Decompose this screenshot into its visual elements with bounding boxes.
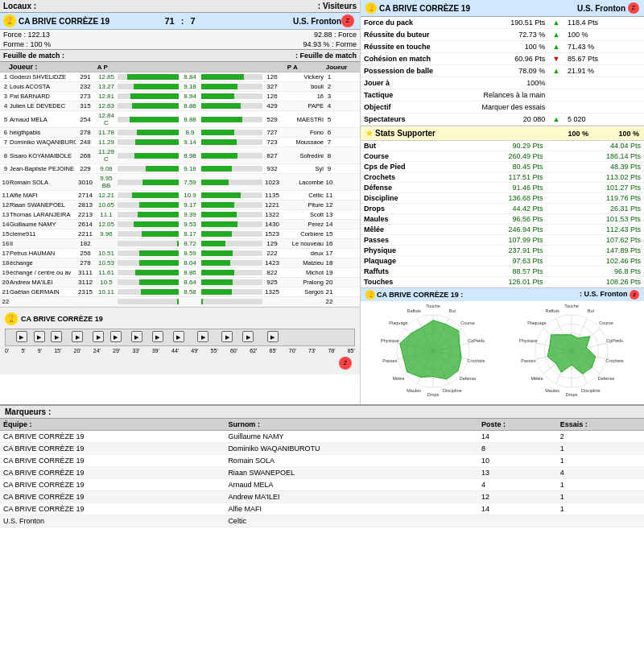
marqueur-equipe: CA BRIVE CORRÈZE 19 [0,503,225,515]
supp-row: Maules 96.56 Pts 101.53 Pts [361,214,644,225]
stat-label: Cohésion en match [361,53,469,65]
spider-chart-away: ToucheButCourseCpPiedsCrochetsDefenseDis… [506,304,638,401]
supp-label: Crochets [361,172,448,183]
stat-row: Force du pack 190.51 Pts ▲ 118.4 Pts [361,17,644,29]
marqueurs-table: Équipe : Surnom : Poste : Essais : CA BR… [0,419,644,527]
player-row: 7 Dominiko WAQANIBUROTU 248 11.29 9.14 7… [0,138,360,147]
stat-val2: 118.4 Pts [564,17,644,29]
player-row: 12 Riaan SWANEPOEL 2813 10.65 9.17 1221 … [0,201,360,210]
stats-table: Force du pack 190.51 Pts ▲ 118.4 Pts Réu… [361,17,644,126]
player-row: 14 Guillaume NAMY 2614 12.05 9.53 1430 P… [0,220,360,229]
stat-arrow: ▲ [548,41,564,53]
supp-row: Passes 107.99 Pts 107.62 Pts [361,235,644,246]
svg-text:Crochets: Crochets [467,358,485,363]
marqueur-poste: 12 [478,491,557,503]
player-row: 2 Louis ACOSTA 232 13.27 9.18 327 bouli … [0,82,360,92]
stat-val1: 60.96 Pts [469,53,548,65]
svg-text:Mêlée: Mêlée [530,376,543,381]
player-name: Sisaro KOYAMAIBOLE [10,152,76,159]
player-row: 20 Andrew MA'ILEI 3112 10.5 8.64 925 Pra… [0,278,360,287]
stat-val2: 5 020 [564,114,644,126]
supp-val2: 108.26 Pts [547,277,644,287]
forme-home: Forme : 100 % [3,40,51,48]
marqueur-equipe: CA BRIVE CORRÈZE 19 [0,431,225,443]
player-name: Louis ACOSTA [10,83,76,90]
supp-val1: 260.49 Pts [448,151,546,162]
charts-header: 🏆 CA BRIVE CORRÈZE 19 : : U.S. Fronton Z [361,288,644,301]
supp-val1: 107.99 Pts [448,235,546,246]
feuille-header: Feuille de match : : Feuille de match [0,49,360,62]
stat-row: Réussite du buteur 72.73 % ▲ 100 % [361,29,644,41]
supp-val1: 237.91 Pts [448,246,546,256]
stat-label: Réussite en touche [361,41,469,53]
charts-away-label: : U.S. Fronton [580,290,628,298]
supp-val1: 80.45 Pts [448,162,546,172]
stat-val2: 85.67 Pts [564,53,644,65]
stat-val1: 72.73 % [469,29,548,41]
star-icon: ★ [365,129,373,138]
supp-label: Mêlée [361,225,448,235]
marqueur-poste: 4 [478,479,557,491]
stat-arrow: ▲ [548,17,564,29]
player-name2: Sargos [282,288,324,296]
supp-label: Cps de Pied [361,162,448,172]
stat-label: Spectateurs [361,114,469,126]
supp-val2: 102.46 Pts [547,256,644,267]
supp-row: Discipline 136.68 Pts 119.76 Pts [361,193,644,204]
player-name2: Corbiere [282,230,324,238]
svg-text:Touche: Touche [426,304,440,308]
supp-val1: 90.29 Pts [448,141,546,151]
supp-val2: 48.39 Pts [547,162,644,172]
player-row: 1 Goderzi SHVELIDZE 291 12.85 8.84 126 V… [0,72,360,82]
player-name2: 16 [282,93,324,100]
stat-label: Force du pack [361,17,469,29]
stat-val1: 100 % [469,41,548,53]
feuille-label: Feuille de match : [3,52,64,60]
player-row: 13 Thomas LARANJEIRA 2213 11.1 9.39 1322… [0,210,360,220]
charts-section: 🏆 CA BRIVE CORRÈZE 19 : : U.S. Fronton Z… [361,287,644,404]
supp-val1: 44.42 Pts [448,204,546,214]
player-name: Riaan SWANEPOEL [10,201,76,209]
player-name2: bouli [282,83,324,90]
player-row: 19 échange / centre ou av 3111 11.61 8.8… [0,268,360,278]
player-name2: PAPE [282,102,324,110]
svg-text:Defense: Defense [459,376,476,381]
stat-val1: Relances à la main [469,89,548,101]
marqueur-equipe: CA BRIVE CORRÈZE 19 [0,455,225,467]
svg-text:Crochets: Crochets [605,358,623,363]
player-name: Romain SOLA [10,179,76,186]
marqueur-poste [478,515,557,527]
stat-label: Réussite du buteur [361,29,469,41]
svg-marker-18 [399,320,460,379]
forme-row: Forme : 100 % 94.93 % : Forme [0,39,360,49]
feuille-label2: : Feuille de match [295,52,357,60]
col-surnom-header: Surnom : [225,419,478,431]
supp-row: Cps de Pied 80.45 Pts 48.39 Pts [361,162,644,172]
marqueur-equipe: CA BRIVE CORRÈZE 19 [0,479,225,491]
svg-text:Defense: Defense [597,376,614,381]
players-container: 1 Goderzi SHVELIDZE 291 12.85 8.84 126 V… [0,72,360,307]
timeline-icon: 🏆 [5,312,18,325]
marqueur-row: CA BRIVE CORRÈZE 19 Guillaume NAMY 14 2 [0,431,644,443]
col-poste-header: Poste : [478,419,557,431]
supp-label: Raffuts [361,267,448,277]
player-row: 15 cleme911 2211 9.96 8.17 1523 Corbiere… [0,229,360,239]
player-name2: Pralong [282,279,324,286]
marqueur-poste: 14 [478,431,557,443]
marqueurs-title: Marqueurs : [5,407,51,416]
supp-row: Physique 237.91 Pts 147.89 Pts [361,246,644,256]
player-name: II [10,240,76,247]
svg-text:Maules: Maules [407,388,421,393]
supp-val2: 112.43 Pts [547,225,644,235]
svg-text:Passes: Passes [521,358,535,363]
supp-val2: 186.14 Pts [547,151,644,162]
player-name: cleme911 [10,230,76,238]
marqueur-equipe: CA BRIVE CORRÈZE 19 [0,443,225,455]
supp-val2: 26.31 Pts [547,204,644,214]
marqueur-row: CA BRIVE CORRÈZE 19 Alfie MAFI 14 1 [0,503,644,515]
timeline-section: 🏆 CA BRIVE CORRÈZE 19 ▶▶▶▶▶▶▶▶▶▶▶▶▶ 0'5'… [0,307,360,374]
stat-val2 [564,89,644,101]
away-team-name[interactable]: U.S. Fronton [199,17,341,26]
home-team-name[interactable]: CA BRIVE CORRÈZE 19 [19,17,161,26]
supp-val2: 119.76 Pts [547,193,644,204]
